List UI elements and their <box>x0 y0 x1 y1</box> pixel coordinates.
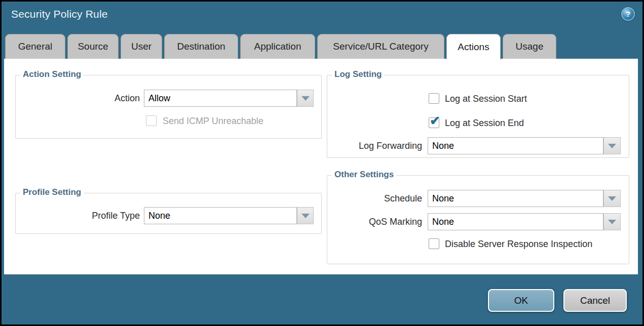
profile-type-dropdown-value: None <box>148 211 170 221</box>
profile-type-dropdown-button[interactable] <box>297 207 314 224</box>
action-setting-legend: Action Setting <box>20 69 84 79</box>
profile-setting-group: Profile Setting Profile Type None <box>15 193 322 234</box>
log-session-start-checkbox[interactable]: ✔ <box>429 93 439 104</box>
tab-label: Source <box>78 41 108 52</box>
log-session-end-checkbox[interactable]: ✔ <box>429 117 439 128</box>
other-settings-group: Other Settings Schedule None QoS Marking… <box>327 175 629 264</box>
log-forwarding-dropdown-button[interactable] <box>603 137 621 154</box>
send-icmp-unreachable-label: Send ICMP Unreachable <box>163 115 263 126</box>
chevron-down-icon <box>608 220 616 224</box>
tab-service-url-category[interactable]: Service/URL Category <box>317 34 444 59</box>
schedule-dropdown-button[interactable] <box>603 190 621 207</box>
tab-user[interactable]: User <box>121 34 162 59</box>
cancel-button[interactable]: Cancel <box>563 289 627 312</box>
action-dropdown-value: Allow <box>148 93 170 104</box>
tab-label: User <box>131 41 151 52</box>
chevron-down-icon <box>608 144 616 148</box>
tab-usage[interactable]: Usage <box>503 34 556 59</box>
tab-label: Usage <box>516 41 544 52</box>
cancel-button-label: Cancel <box>580 295 610 306</box>
ok-button[interactable]: OK <box>488 289 554 312</box>
profile-type-dropdown[interactable]: None <box>144 207 297 224</box>
tab-bar: General Source User Destination Applicat… <box>5 34 556 59</box>
tab-label: Destination <box>177 41 225 52</box>
tab-label: Application <box>254 41 301 52</box>
tab-general[interactable]: General <box>5 34 65 59</box>
tab-application[interactable]: Application <box>240 34 315 59</box>
check-icon: ✔ <box>430 114 440 127</box>
disable-server-response-inspection-label: Disable Server Response Inspection <box>445 238 592 249</box>
qos-marking-label: QoS Marking <box>327 213 422 230</box>
profile-setting-legend: Profile Setting <box>20 187 84 197</box>
qos-marking-dropdown-value: None <box>432 217 454 227</box>
tab-label: General <box>18 41 53 52</box>
chevron-down-icon <box>301 214 310 218</box>
action-dropdown-button[interactable] <box>297 90 314 107</box>
log-forwarding-dropdown[interactable]: None <box>428 137 603 154</box>
qos-marking-dropdown[interactable]: None <box>428 213 603 230</box>
log-session-end-label: Log at Session End <box>445 117 524 128</box>
help-icon[interactable]: ? <box>621 7 635 21</box>
dialog-title: Security Policy Rule <box>11 8 108 20</box>
schedule-dropdown[interactable]: None <box>428 190 603 207</box>
log-setting-group: Log Setting ✔ Log at Session Start ✔ Log… <box>327 75 629 158</box>
question-mark-glyph: ? <box>626 10 630 18</box>
log-session-start-label: Log at Session Start <box>445 93 527 104</box>
tab-actions[interactable]: Actions <box>446 34 501 60</box>
disable-server-response-inspection-checkbox[interactable]: ✔ <box>429 238 439 249</box>
action-dropdown[interactable]: Allow <box>144 90 297 107</box>
ok-button-label: OK <box>514 295 528 306</box>
tab-label: Service/URL Category <box>333 41 428 52</box>
profile-type-label: Profile Type <box>16 207 140 224</box>
log-setting-legend: Log Setting <box>332 69 384 79</box>
chevron-down-icon <box>608 196 616 201</box>
qos-marking-dropdown-button[interactable] <box>603 213 621 230</box>
content-panel: Action Setting Action Allow ✔ Send ICMP … <box>4 59 638 274</box>
log-forwarding-label: Log Forwarding <box>327 137 422 154</box>
send-icmp-unreachable-checkbox: ✔ <box>146 115 157 126</box>
action-setting-group: Action Setting Action Allow ✔ Send ICMP … <box>15 75 322 139</box>
tab-destination[interactable]: Destination <box>164 34 238 59</box>
tab-label: Actions <box>458 42 489 53</box>
action-label: Action <box>16 90 140 107</box>
chevron-down-icon <box>301 96 310 101</box>
schedule-label: Schedule <box>327 190 422 207</box>
tab-source[interactable]: Source <box>67 34 119 59</box>
log-forwarding-dropdown-value: None <box>432 141 454 151</box>
schedule-dropdown-value: None <box>432 193 454 204</box>
other-settings-legend: Other Settings <box>332 170 396 180</box>
